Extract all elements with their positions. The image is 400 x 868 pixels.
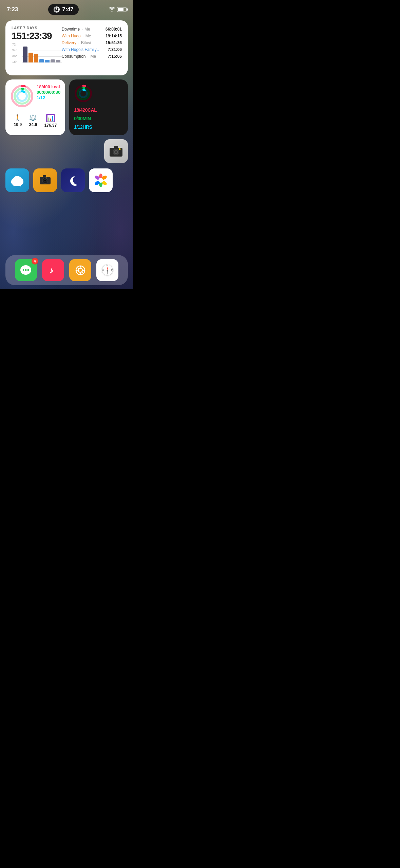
st-time-hugo: 19:14:15 [106, 34, 122, 38]
st-row-consumption: Consumption · Me 7:15:06 [62, 53, 122, 60]
chart-bar-6 [51, 59, 55, 62]
svg-text:W: W [102, 269, 104, 271]
chart-label-18: 18h [12, 60, 17, 64]
chart-label-72: 72h [12, 43, 17, 46]
aw-person-icon: 🚶 [14, 114, 21, 122]
status-icons [109, 7, 127, 12]
aw-stand: 1/12 [37, 95, 60, 100]
svg-point-23 [13, 176, 21, 183]
aw-height-val: 176.37 [44, 123, 57, 128]
svg-point-41 [27, 269, 29, 271]
camera-app-icon[interactable] [104, 139, 128, 163]
wifi-icon [109, 7, 115, 12]
aw-body: 18/400 kcal 00:00/00:30 1/12 [10, 84, 60, 111]
music-app[interactable]: ♪ [42, 259, 64, 281]
st-row-downtime: Downtime · Me 66:08:01 [62, 26, 122, 33]
activity-widget-dark[interactable]: 18/420CAL 0/30MIN 1/12HRS [69, 79, 128, 135]
chart-bar-5 [45, 60, 49, 62]
aw-metrics: 🚶 19.9 ⚖️ 24.6 📊 176.37 [10, 114, 60, 128]
chart-bar-7 [56, 60, 60, 62]
svg-point-0 [55, 7, 58, 11]
svg-text:E: E [111, 269, 113, 271]
camera-row [5, 139, 128, 163]
svg-point-18 [115, 151, 117, 153]
chart-bar-3 [34, 54, 38, 62]
sleep-app[interactable] [61, 168, 85, 192]
svg-text:N: N [107, 264, 108, 266]
svg-point-40 [25, 269, 27, 271]
chart-bar-4 [39, 59, 44, 62]
timer-display: 7:47 [62, 6, 74, 13]
svg-point-53 [107, 270, 108, 271]
status-bar: 7:23 7:47 [0, 0, 133, 17]
photos-app[interactable] [89, 168, 113, 192]
chart-label-54: 54h [12, 49, 17, 52]
svg-point-13 [82, 85, 84, 87]
st-time-downtime: 66:08:01 [106, 27, 122, 32]
screen-time-widget[interactable]: LAST 7 DAYS 151:23:39 72h 54h 36h 18h [5, 20, 128, 75]
chart-bar-2 [28, 53, 33, 62]
chart-bar-1 [23, 47, 27, 62]
svg-rect-15 [114, 146, 118, 148]
app-row: Grocy [5, 168, 128, 192]
st-time-consumption: 7:15:06 [108, 54, 122, 59]
svg-point-28 [44, 180, 46, 182]
awd-calories: 18/420CAL [74, 106, 97, 113]
grocy-label: Grocy [13, 184, 21, 186]
st-row-hugo: With Hugo · Me 19:14:15 [62, 33, 122, 39]
screen-time-chart: 72h 54h 36h 18h [12, 45, 62, 69]
st-time-hugofamily: 7:31:06 [108, 47, 122, 52]
svg-point-39 [23, 269, 24, 271]
awd-stand: 1/12HRS [74, 123, 97, 130]
activity-rings-dark [74, 84, 93, 103]
st-time-delivery: 15:51:36 [106, 40, 122, 45]
activity-widget-white[interactable]: 18/400 kcal 00:00/00:30 1/12 🚶 19.9 ⚖️ 2… [5, 79, 65, 135]
svg-text:S: S [107, 273, 109, 275]
awd-stats: 18/420CAL 0/30MIN 1/12HRS [74, 106, 97, 130]
battery-icon [117, 7, 127, 12]
svg-point-11 [80, 90, 87, 97]
messages-app[interactable]: 4 [15, 259, 37, 281]
status-timer: 7:47 [48, 4, 79, 15]
aw-stats: 18/400 kcal 00:00/00:30 1/12 [37, 84, 60, 100]
svg-point-36 [98, 178, 103, 183]
halide-app[interactable] [33, 168, 57, 192]
overcast-app[interactable] [69, 259, 91, 281]
grocy-app[interactable]: Grocy [5, 168, 29, 192]
svg-point-19 [119, 148, 121, 150]
messages-badge: 4 [32, 258, 38, 265]
screen-time-label: LAST 7 DAYS [12, 26, 62, 30]
status-time: 7:23 [7, 6, 18, 13]
aw-metric-height: 📊 176.37 [44, 114, 57, 128]
aw-metric-steps: 🚶 19.9 [14, 114, 22, 128]
aw-height-icon: 📊 [46, 114, 55, 122]
st-row-hugofamily: With Hugo's Family… 7:31:06 [62, 46, 122, 53]
svg-point-29 [45, 177, 47, 179]
aw-exercise: 00:00/00:30 [37, 90, 60, 95]
timer-icon [54, 6, 60, 13]
aw-steps-val: 19.9 [14, 122, 22, 127]
aw-metric-weight: ⚖️ 24.6 [29, 114, 37, 128]
aw-calories: 18/400 kcal [37, 84, 60, 89]
st-row-delivery: Delivery · Bitovi 15:51:36 [62, 39, 122, 46]
chart-label-36: 36h [12, 54, 17, 58]
aw-scale-icon: ⚖️ [29, 114, 37, 122]
activity-widgets-row: 18/400 kcal 00:00/00:30 1/12 🚶 19.9 ⚖️ 2… [5, 79, 128, 135]
svg-point-5 [17, 91, 27, 101]
svg-text:♪: ♪ [49, 265, 54, 275]
chart-bars [22, 45, 62, 62]
activity-rings-white [10, 84, 34, 108]
screen-time-total: 151:23:39 [12, 31, 62, 41]
dock: 4 ♪ [5, 255, 128, 285]
awd-exercise: 0/30MIN [74, 114, 97, 122]
safari-app[interactable]: N S W E [96, 259, 118, 281]
svg-rect-25 [43, 175, 46, 178]
screen-time-rows: Downtime · Me 66:08:01 With Hugo · Me 19… [62, 26, 122, 60]
aw-weight-val: 24.6 [29, 122, 37, 127]
